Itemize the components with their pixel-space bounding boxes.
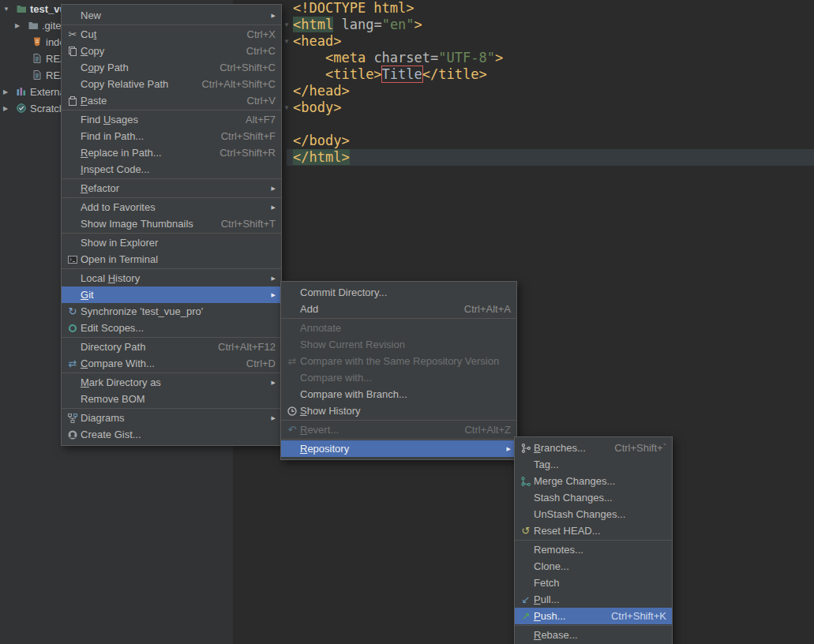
readme-file-icon [32,53,43,64]
menu-item-merge-changes[interactable]: Merge Changes... [515,473,672,489]
icon-spacer [65,218,81,230]
code-line[interactable]: <body> [293,99,503,116]
pull-icon: ↙ [518,593,534,606]
context-menu: New▶✂CutCtrl+XCopyCtrl+CCopy PathCtrl+Sh… [61,4,282,446]
code-line[interactable]: <title>Title</title> [293,66,503,83]
menu-item-synchronize-test-vue-pro[interactable]: ↻Synchronize 'test_vue_pro' [62,303,281,320]
menu-separator [515,625,672,626]
menu-item-rebase[interactable]: Rebase... [515,627,672,643]
menu-item-compare-with[interactable]: Compare with... [281,369,516,386]
menu-item-copy-relative-path[interactable]: Copy Relative PathCtrl+Alt+Shift+C [62,76,281,92]
menu-item-compare-with-the-same-repository-version[interactable]: ⇄Compare with the Same Repository Versio… [281,353,516,369]
menu-item-find-in-path[interactable]: Find in Path...Ctrl+Shift+F [62,128,281,144]
menu-item-diagrams[interactable]: Diagrams▶ [62,410,281,426]
icon-spacer [65,376,81,389]
menu-item-copy-path[interactable]: Copy PathCtrl+Shift+C [62,59,281,76]
menu-item-push[interactable]: ↗Push...Ctrl+Shift+K [515,608,672,624]
menu-item-revert[interactable]: ↶Revert...Ctrl+Alt+Z [281,421,516,438]
menu-separator [62,197,281,198]
menu-item-label: Branches... [534,442,586,454]
icon-spacer [65,147,81,159]
menu-item-shortcut: Ctrl+Shift+K [597,610,666,622]
menu-item-label: Compare with... [300,372,372,384]
menu-item-label: Stash Changes... [534,492,613,504]
chevron-right-icon[interactable]: ▶ [3,88,8,95]
fold-arrow-icon[interactable]: ▼ [281,38,292,45]
menu-separator [515,540,672,541]
chevron-right-icon[interactable]: ▶ [15,22,20,29]
menu-item-show-history[interactable]: Show History [281,402,516,419]
code-line[interactable]: <meta charset="UTF-8"> [293,50,503,66]
menu-item-paste[interactable]: PasteCtrl+V [62,92,281,109]
menu-item-shortcut: Ctrl+Shift+R [205,147,276,159]
menu-item-pull[interactable]: ↙Pull... [515,591,672,608]
menu-item-cut[interactable]: ✂CutCtrl+X [62,26,281,43]
menu-item-stash-changes[interactable]: Stash Changes... [515,489,672,506]
menu-item-unstash-changes[interactable]: UnStash Changes... [515,506,672,522]
history-icon [284,405,300,417]
menu-item-refactor[interactable]: Refactor▶ [62,180,281,197]
code-line[interactable]: <!DOCTYPE html> [293,0,503,17]
code-line[interactable]: <head> [293,33,503,50]
chevron-down-icon[interactable]: ▼ [3,6,9,13]
code-line[interactable] [293,116,503,133]
menu-item-edit-scopes[interactable]: Edit Scopes... [62,320,281,336]
menu-item-compare-with[interactable]: ⇄Compare With...Ctrl+D [62,355,281,372]
menu-item-label: Compare with the Same Repository Version [300,355,499,367]
menu-item-label: Fetch [534,577,560,589]
menu-item-annotate[interactable]: Annotate [281,320,516,336]
code-line[interactable]: </body> [293,133,503,149]
cut-icon: ✂ [65,28,81,41]
code-area[interactable]: <!DOCTYPE html><html lang="en"><head> <m… [293,0,503,166]
menu-item-show-current-revision[interactable]: Show Current Revision [281,336,516,353]
menu-item-clone[interactable]: Clone... [515,558,672,575]
menu-item-inspect-code[interactable]: Inspect Code... [62,161,281,178]
icon-spacer [518,492,534,504]
tree-item-label: .gite [42,20,62,32]
menu-item-commit-directory[interactable]: Commit Directory... [281,284,516,301]
menu-item-remotes[interactable]: Remotes... [515,541,672,558]
menu-separator [281,420,516,421]
menu-item-label: Inspect Code... [81,163,149,175]
icon-spacer [65,289,81,301]
icon-spacer [518,577,534,590]
menu-item-shortcut: Ctrl+D [232,358,276,369]
menu-item-create-gist[interactable]: Create Gist... [62,426,281,443]
menu-item-local-history[interactable]: Local History▶ [62,270,281,286]
icon-spacer [65,237,81,249]
menu-item-label: Mark Directory as [81,376,161,388]
scratches-icon [16,103,27,114]
menu-item-compare-with-branch[interactable]: Compare with Branch... [281,386,516,402]
menu-item-copy[interactable]: CopyCtrl+C [62,43,281,59]
icon-spacer [284,286,300,299]
menu-item-find-usages[interactable]: Find UsagesAlt+F7 [62,111,281,128]
chevron-right-icon[interactable]: ▶ [3,105,8,112]
menu-item-show-in-explorer[interactable]: Show in Explorer [62,234,281,251]
icon-spacer [65,130,81,143]
menu-item-fetch[interactable]: Fetch [515,575,672,591]
fold-arrow-icon[interactable]: ▼ [281,104,292,111]
menu-item-label: Copy Relative Path [81,78,168,90]
menu-item-mark-directory-as[interactable]: Mark Directory as▶ [62,374,281,391]
fold-arrow-icon[interactable]: ▼ [281,21,292,28]
menu-item-directory-path[interactable]: Directory PathCtrl+Alt+F12 [62,339,281,355]
menu-item-new[interactable]: New▶ [62,7,281,24]
menu-item-add[interactable]: AddCtrl+Alt+A [281,301,516,317]
menu-item-show-image-thumbnails[interactable]: Show Image ThumbnailsCtrl+Shift+T [62,215,281,232]
menu-item-remove-bom[interactable]: Remove BOM [62,391,281,407]
code-line[interactable]: </head> [293,83,503,99]
menu-item-branches[interactable]: Branches...Ctrl+Shift+` [515,440,672,456]
menu-item-tag[interactable]: Tag... [515,456,672,473]
code-line[interactable]: </html> [293,149,503,166]
menu-item-git[interactable]: Git▶ [62,286,281,303]
code-line[interactable]: <html lang="en"> [293,17,503,33]
menu-item-reset-head[interactable]: ↺Reset HEAD... [515,522,672,539]
icon-spacer [284,303,300,316]
menu-item-label: Copy [81,45,104,57]
menu-item-repository[interactable]: Repository▶ [281,440,516,457]
menu-item-open-in-terminal[interactable]: Open in Terminal [62,251,281,268]
copy-icon [65,45,81,58]
menu-item-shortcut: Ctrl+Shift+` [600,442,666,454]
menu-item-replace-in-path[interactable]: Replace in Path...Ctrl+Shift+R [62,144,281,161]
menu-item-add-to-favorites[interactable]: Add to Favorites▶ [62,199,281,215]
